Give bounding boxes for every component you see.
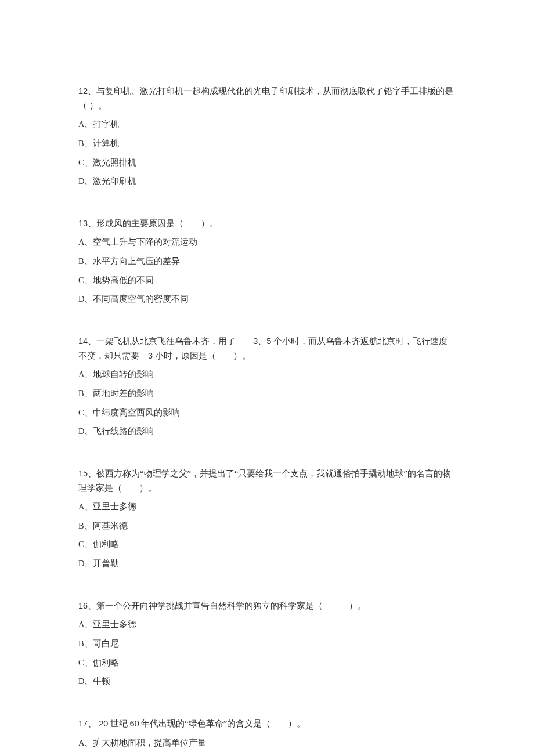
question-block: 13、形成风的主要原因是（ ）。A、空气上升与下降的对流运动B、水平方向上气压的… xyxy=(78,216,456,306)
answer-option: A、亚里士多德 xyxy=(78,500,456,514)
stem-segment: 60 xyxy=(130,719,139,728)
question-stem: 16、第一个公开向神学挑战并宣告自然科学的独立的科学家是（ ）。 xyxy=(78,599,456,613)
stem-text: 形成风的主要原因是（ ）。 xyxy=(96,219,218,228)
question-number: 14 xyxy=(78,337,88,346)
question-number: 17 xyxy=(78,719,88,728)
answer-option: C、伽利略 xyxy=(78,537,456,552)
question-number: 13 xyxy=(78,219,88,228)
answer-option: A、地球自转的影响 xyxy=(78,367,456,382)
answer-option: C、伽利略 xyxy=(78,656,456,670)
stem-segment: 、 xyxy=(258,337,266,346)
answer-option: D、激光印刷机 xyxy=(78,174,456,189)
answer-option: C、地势高低的不同 xyxy=(78,273,456,288)
stem-segment: 3 xyxy=(148,351,153,360)
stem-segment: 年代出现的“绿色革命”的含义是（ ）。 xyxy=(139,719,306,728)
stem-segment: 世纪 xyxy=(108,719,129,728)
answer-option: B、两地时差的影响 xyxy=(78,386,456,401)
question-block: 15、被西方称为“物理学之父”，并提出了“只要给我一个支点，我就通俗拍手撬动地球… xyxy=(78,466,456,571)
answer-option: B、计算机 xyxy=(78,136,456,151)
stem-text: 被西方称为“物理学之父”，并提出了“只要给我一个支点，我就通俗拍手撬动地球”的名… xyxy=(78,469,451,493)
stem-segment: 、一架飞机从北京飞往乌鲁木齐，用了 xyxy=(88,337,253,346)
answer-option: D、开普勒 xyxy=(78,556,456,571)
answer-option: D、飞行线路的影响 xyxy=(78,424,456,439)
answer-option: A、打字机 xyxy=(78,117,456,132)
answer-option: B、水平方向上气压的差异 xyxy=(78,254,456,269)
stem-text: 与复印机、激光打印机一起构成现代化的光电子印刷技术，从而彻底取代了铅字手工排版的… xyxy=(78,86,453,110)
question-block: 12、与复印机、激光打印机一起构成现代化的光电子印刷技术，从而彻底取代了铅字手工… xyxy=(78,84,456,189)
question-block: 16、第一个公开向神学挑战并宣告自然科学的独立的科学家是（ ）。A、亚里士多德B… xyxy=(78,599,456,689)
question-block: 17、 20 世纪 60 年代出现的“绿色革命”的含义是（ ）。A、扩大耕地面积… xyxy=(78,717,456,756)
stem-segment: 20 xyxy=(96,719,108,728)
question-number: 12 xyxy=(78,86,88,96)
question-stem: 15、被西方称为“物理学之父”，并提出了“只要给我一个支点，我就通俗拍手撬动地球… xyxy=(78,466,456,495)
stem-segment: 3 xyxy=(253,337,258,346)
answer-option: A、扩大耕地面积，提高单位产量 xyxy=(78,736,456,750)
answer-option: D、牛顿 xyxy=(78,674,456,689)
stem-separator: 、 xyxy=(88,601,96,610)
answer-option: B、阿基米德 xyxy=(78,519,456,533)
stem-separator: 、 xyxy=(88,219,96,228)
stem-separator: 、 xyxy=(88,86,96,96)
stem-segment: 、 xyxy=(88,719,96,728)
answer-option: D、不同高度空气的密度不同 xyxy=(78,292,456,306)
question-block: 14、一架飞机从北京飞往乌鲁木齐，用了 3、5 个小时，而从乌鲁木齐返航北京时，… xyxy=(78,334,456,439)
stem-separator: 、 xyxy=(88,469,96,478)
answer-option: C、激光照排机 xyxy=(78,155,456,170)
stem-text: 第一个公开向神学挑战并宣告自然科学的独立的科学家是（ ）。 xyxy=(96,601,366,610)
question-stem: 14、一架飞机从北京飞往乌鲁木齐，用了 3、5 个小时，而从乌鲁木齐返航北京时，… xyxy=(78,334,456,363)
answer-option: A、空气上升与下降的对流运动 xyxy=(78,235,456,249)
answer-option: C、中纬度高空西风的影响 xyxy=(78,406,456,420)
stem-segment: 小时，原因是（ ）。 xyxy=(153,351,251,360)
question-number: 16 xyxy=(78,601,88,610)
question-stem: 12、与复印机、激光打印机一起构成现代化的光电子印刷技术，从而彻底取代了铅字手工… xyxy=(78,84,456,113)
question-number: 15 xyxy=(78,469,88,478)
question-stem: 17、 20 世纪 60 年代出现的“绿色革命”的含义是（ ）。 xyxy=(78,717,456,731)
answer-option: B、哥白尼 xyxy=(78,636,456,651)
question-stem: 13、形成风的主要原因是（ ）。 xyxy=(78,216,456,231)
answer-option: A、亚里士多德 xyxy=(78,617,456,632)
